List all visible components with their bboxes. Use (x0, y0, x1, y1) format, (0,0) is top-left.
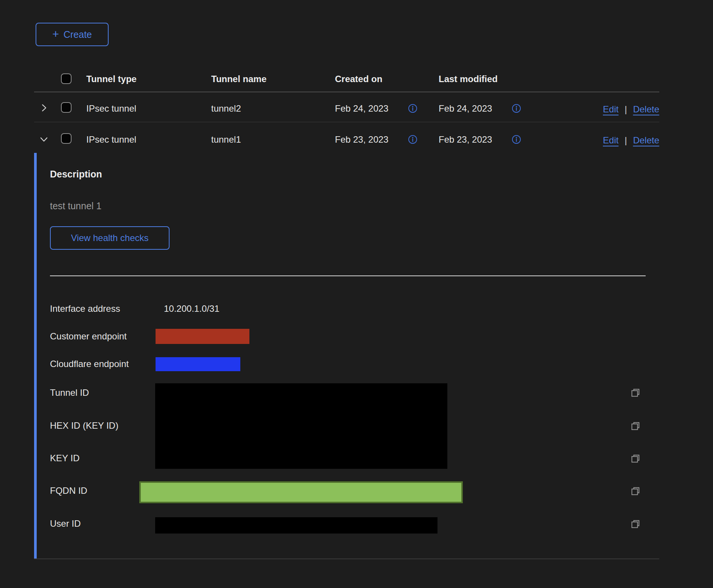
row-checkbox[interactable] (61, 133, 72, 144)
copy-icon (630, 485, 641, 497)
edit-link[interactable]: Edit (603, 104, 618, 115)
chevron-down-icon[interactable] (38, 134, 50, 145)
expanded-row-indicator-bar (34, 153, 37, 559)
header-last-modified: Last modified (439, 73, 498, 85)
copy-tunnel-id-button[interactable] (630, 387, 641, 398)
user-id-redacted-value (155, 517, 437, 534)
copy-user-id-button[interactable] (630, 518, 641, 530)
row-checkbox[interactable] (61, 102, 72, 113)
delete-link[interactable]: Delete (633, 104, 659, 115)
ids-redacted-value (155, 383, 447, 469)
delete-link[interactable]: Delete (633, 135, 659, 146)
select-all-checkbox[interactable] (61, 73, 72, 84)
description-label: Description (50, 168, 102, 180)
tunnel-type-cell: IPsec tunnel (86, 134, 136, 146)
copy-icon (630, 453, 641, 464)
customer-endpoint-redacted-value (156, 329, 249, 344)
view-health-checks-button[interactable]: View health checks (50, 226, 170, 250)
plus-icon: + (52, 28, 59, 40)
create-button-label: Create (64, 29, 92, 40)
tunnel-name-cell: tunnel1 (211, 134, 241, 146)
row-divider (34, 122, 659, 122)
info-icon[interactable] (408, 103, 418, 114)
created-on-cell: Feb 23, 2023 (335, 134, 388, 146)
last-modified-cell: Feb 23, 2023 (439, 134, 492, 146)
info-icon[interactable] (408, 134, 418, 145)
last-modified-cell: Feb 24, 2023 (439, 103, 492, 115)
tunnel-name-cell: tunnel2 (211, 103, 241, 115)
tunnel-id-label: Tunnel ID (50, 387, 89, 399)
chevron-right-icon[interactable] (38, 102, 50, 114)
copy-icon (630, 420, 641, 432)
user-id-label: User ID (50, 518, 81, 530)
interface-address-label: Interface address (50, 303, 120, 315)
header-created-on: Created on (335, 73, 382, 85)
section-divider (50, 275, 646, 276)
customer-endpoint-label: Customer endpoint (50, 330, 127, 342)
copy-hex-id-button[interactable] (630, 420, 641, 432)
header-tunnel-type: Tunnel type (86, 73, 137, 85)
created-on-cell: Feb 24, 2023 (335, 103, 388, 115)
action-separator: | (624, 104, 627, 115)
info-icon[interactable] (511, 103, 522, 114)
copy-icon (630, 387, 641, 398)
description-value: test tunnel 1 (50, 200, 101, 212)
panel-bottom-divider (34, 558, 659, 559)
copy-icon (630, 518, 641, 530)
tunnel-type-cell: IPsec tunnel (86, 103, 136, 115)
copy-key-id-button[interactable] (630, 453, 641, 464)
header-divider (34, 92, 659, 92)
tunnels-page: + Create Tunnel type Tunnel name Created… (0, 0, 713, 588)
interface-address-value: 10.200.1.0/31 (164, 303, 220, 315)
cloudflare-endpoint-redacted-value (156, 357, 240, 371)
copy-fqdn-id-button[interactable] (630, 485, 641, 497)
cloudflare-endpoint-label: Cloudflare endpoint (50, 358, 129, 370)
header-tunnel-name: Tunnel name (211, 73, 266, 85)
key-id-label: KEY ID (50, 452, 79, 464)
edit-link[interactable]: Edit (603, 135, 618, 146)
row-actions: Edit | Delete (538, 103, 659, 116)
fqdn-id-label: FQDN ID (50, 485, 87, 497)
action-separator: | (624, 135, 627, 146)
row-actions: Edit | Delete (538, 134, 659, 147)
fqdn-id-redacted-value (139, 481, 463, 503)
create-button[interactable]: + Create (36, 23, 109, 46)
info-icon[interactable] (511, 134, 522, 145)
hex-id-label: HEX ID (KEY ID) (50, 420, 118, 432)
